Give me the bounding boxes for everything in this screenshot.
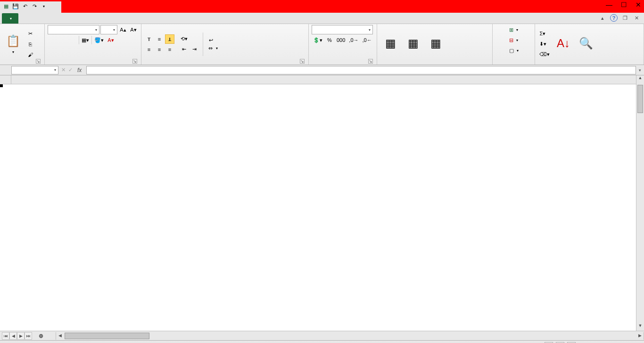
sheet-tab-bar: ⏮ ◀ ▶ ⏭ ⊕ ◀ ▶ xyxy=(0,331,644,340)
close-button[interactable]: ✕ xyxy=(636,1,641,8)
format-as-table-button[interactable]: ▦ xyxy=(403,35,423,53)
formula-input[interactable] xyxy=(86,66,636,74)
align-left-icon[interactable]: ≡ xyxy=(144,45,154,54)
format-painter-button[interactable]: 🖌 xyxy=(25,50,35,59)
fill-color-button[interactable]: 🪣▾ xyxy=(93,35,105,45)
decrease-decimal-icon[interactable]: ,0← xyxy=(361,35,373,45)
format-cells-button[interactable]: ▢▾ xyxy=(495,46,532,55)
clear-button[interactable]: ⌫▾ xyxy=(538,50,551,59)
align-top-icon[interactable]: ⫪ xyxy=(144,34,154,44)
redo-icon[interactable]: ↷ xyxy=(30,2,39,11)
select-all-corner[interactable] xyxy=(0,75,11,84)
cond-format-icon: ▦ xyxy=(383,36,398,51)
clipboard-icon: 📋 xyxy=(6,33,21,49)
sheet-nav-first-icon[interactable]: ⏮ xyxy=(2,332,9,340)
orientation-icon[interactable]: ⟲▾ xyxy=(179,34,189,44)
minimize-ribbon-icon[interactable]: ▴ xyxy=(599,14,606,22)
sheet-nav-prev-icon[interactable]: ◀ xyxy=(9,332,17,340)
cell-styles-icon: ▦ xyxy=(428,36,443,51)
percent-icon[interactable]: % xyxy=(325,35,334,45)
horizontal-scrollbar[interactable]: ◀ ▶ xyxy=(56,332,644,340)
currency-icon[interactable]: 💲▾ xyxy=(312,35,324,45)
align-center-icon[interactable]: ≡ xyxy=(155,45,164,54)
new-sheet-icon[interactable]: ⊕ xyxy=(36,333,46,339)
scroll-thumb[interactable] xyxy=(637,85,643,113)
increase-font-icon[interactable]: A▴ xyxy=(118,25,128,34)
name-box[interactable]: ▾ xyxy=(11,66,58,74)
copy-button[interactable]: ⎘ xyxy=(25,40,35,49)
comma-icon[interactable]: 000 xyxy=(335,35,347,45)
increase-indent-icon[interactable]: ⇥ xyxy=(190,45,199,54)
window-title: — ☐ ✕ xyxy=(61,0,644,13)
save-icon[interactable]: 💾 xyxy=(11,2,20,11)
quick-access-toolbar: ▦ 💾 ↶ ↷ ▾ xyxy=(0,0,61,13)
align-bottom-icon[interactable]: ⫫ xyxy=(165,34,174,44)
hscroll-thumb[interactable] xyxy=(65,333,149,339)
font-size-combo[interactable]: ▾ xyxy=(100,25,117,34)
ribbon: 📋 ▾ ✂ ⎘ 🖌 ↘ ▾ ▾ A▴ A▾ xyxy=(0,24,644,65)
merge-center-button[interactable]: ⇔▾ xyxy=(207,45,219,52)
status-bar: ▦ ▥ ▤ − + xyxy=(0,340,644,343)
sheet-nav-next-icon[interactable]: ▶ xyxy=(17,332,25,340)
align-right-icon[interactable]: ≡ xyxy=(165,45,174,54)
file-tab[interactable]: ▾ xyxy=(2,13,18,24)
minimize-button[interactable]: — xyxy=(606,1,612,8)
vertical-scrollbar[interactable]: ▲ ▼ xyxy=(636,75,644,331)
scroll-up-icon[interactable]: ▲ xyxy=(636,75,644,83)
paste-button[interactable]: 📋 ▾ xyxy=(3,33,24,56)
delete-cells-button[interactable]: ⊟▾ xyxy=(495,35,532,45)
decrease-indent-icon[interactable]: ⇤ xyxy=(179,45,189,54)
qat-dropdown-icon[interactable]: ▾ xyxy=(40,2,48,11)
group-font: ▾ ▾ A▴ A▾ ▦▾ 🪣▾ A▾ ↘ xyxy=(45,24,141,65)
restore-window-icon[interactable]: ❐ xyxy=(621,14,629,22)
find-icon: 🔍 xyxy=(578,36,594,51)
group-clipboard: 📋 ▾ ✂ ⎘ 🖌 ↘ xyxy=(0,24,45,65)
dialog-launcher[interactable]: ↘ xyxy=(132,59,137,64)
font-color-button[interactable]: A▾ xyxy=(106,35,116,45)
excel-icon[interactable]: ▦ xyxy=(2,2,10,11)
conditional-formatting-button[interactable]: ▦ xyxy=(380,35,401,53)
italic-button[interactable] xyxy=(58,35,67,45)
bold-button[interactable] xyxy=(48,35,57,45)
cut-button[interactable]: ✂ xyxy=(25,29,35,39)
close-workbook-icon[interactable]: ✕ xyxy=(633,14,640,22)
cancel-icon[interactable]: ✕ xyxy=(61,67,66,73)
worksheet-grid[interactable]: ▲ ▼ xyxy=(0,75,644,331)
title-bar: ▦ 💾 ↶ ↷ ▾ — ☐ ✕ xyxy=(0,0,644,13)
scroll-right-icon[interactable]: ▶ xyxy=(636,332,644,340)
sheet-nav-last-icon[interactable]: ⏭ xyxy=(25,332,32,340)
number-format-combo[interactable]: ▾ xyxy=(312,25,373,34)
table-icon: ▦ xyxy=(405,36,421,51)
scroll-left-icon[interactable]: ◀ xyxy=(56,332,64,340)
active-cell-marker xyxy=(0,84,3,87)
undo-icon[interactable]: ↶ xyxy=(21,2,29,11)
font-name-combo[interactable]: ▾ xyxy=(48,25,99,34)
autosum-button[interactable]: Σ▾ xyxy=(538,29,547,39)
cell-styles-button[interactable]: ▦ xyxy=(425,35,446,53)
dialog-launcher[interactable]: ↘ xyxy=(36,59,41,64)
dialog-launcher[interactable]: ↘ xyxy=(368,59,373,64)
wrap-text-button[interactable]: ↩ xyxy=(207,37,216,44)
sort-filter-button[interactable]: A↓ xyxy=(553,35,574,53)
ribbon-tabs: ▾ ▴ ? ❐ ✕ xyxy=(0,13,644,24)
decrease-font-icon[interactable]: A▾ xyxy=(129,25,138,34)
group-number: ▾ 💲▾ % 000 ,0→ ,0← ↘ xyxy=(309,24,377,65)
expand-formula-icon[interactable]: ▾ xyxy=(639,68,641,73)
dialog-launcher[interactable]: ↘ xyxy=(300,59,305,64)
group-alignment: ⫪ ≡ ⫫ ⟲▾ ≡ ≡ ≡ ⇤ ⇥ ↩ ⇔▾ xyxy=(141,24,309,65)
fx-icon[interactable]: fx xyxy=(75,67,83,74)
sort-icon: A↓ xyxy=(556,36,571,51)
scroll-down-icon[interactable]: ▼ xyxy=(636,323,644,331)
enter-icon[interactable]: ✓ xyxy=(68,67,73,73)
border-button[interactable]: ▦▾ xyxy=(80,35,91,45)
maximize-button[interactable]: ☐ xyxy=(621,1,627,8)
help-icon[interactable]: ? xyxy=(610,14,618,22)
align-middle-icon[interactable]: ≡ xyxy=(155,34,164,44)
increase-decimal-icon[interactable]: ,0→ xyxy=(347,35,360,45)
insert-cells-button[interactable]: ⊞▾ xyxy=(495,25,532,34)
underline-button[interactable] xyxy=(68,35,78,45)
find-select-button[interactable]: 🔍 xyxy=(576,35,596,53)
group-styles: ▦ ▦ ▦ xyxy=(377,24,493,65)
group-cells: ⊞▾ ⊟▾ ▢▾ xyxy=(493,24,535,65)
fill-button[interactable]: ⬇▾ xyxy=(538,40,548,49)
